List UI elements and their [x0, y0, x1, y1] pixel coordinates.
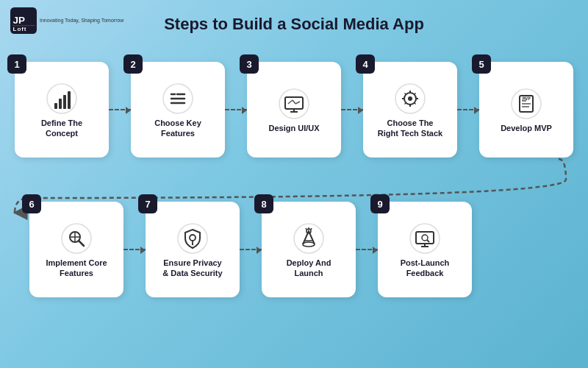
svg-line-55 — [311, 228, 312, 230]
step-card-3: 3 Design UI/UX — [247, 62, 341, 158]
step-icon-6 — [60, 222, 93, 255]
arrow-3-4 — [341, 109, 363, 110]
step-label-2: Choose KeyFeatures — [154, 118, 201, 139]
svg-rect-5 — [54, 103, 57, 109]
steps-container: 1 Define TheConcept 2 Choose KeyFeatures — [7, 52, 581, 297]
step-number-1: 1 — [7, 54, 26, 74]
arrow-7-8 — [240, 249, 262, 250]
step-icon-7 — [176, 222, 209, 255]
logo-tagline: Innovating Today, Shaping Tomorrow — [40, 18, 123, 24]
step-label-3: Design UI/UX — [268, 123, 319, 133]
arrow-4-5 — [457, 109, 479, 110]
svg-point-14 — [279, 89, 309, 118]
step-number-2: 2 — [123, 54, 143, 74]
svg-rect-8 — [68, 91, 71, 109]
svg-rect-7 — [63, 95, 66, 109]
step-number-9: 9 — [370, 194, 390, 213]
svg-point-57 — [410, 224, 440, 253]
svg-line-54 — [306, 228, 306, 230]
step-number-6: 6 — [22, 194, 41, 213]
step-card-4: 4 Choose TheRight Tech Stack — [363, 62, 457, 158]
logo-text: Innovating Today, Shaping Tomorrow — [40, 18, 123, 24]
svg-point-41 — [62, 224, 91, 253]
svg-line-32 — [405, 102, 406, 104]
svg-rect-3 — [12, 25, 35, 26]
svg-line-19 — [288, 100, 293, 104]
arrow-8-9 — [356, 249, 378, 250]
step-card-9: 9 Post-LaunchFeedback — [378, 202, 472, 297]
step-icon-4 — [394, 82, 426, 115]
arrow-6-7 — [123, 249, 146, 250]
arrow-1-2 — [109, 109, 131, 110]
svg-line-20 — [293, 100, 295, 104]
svg-point-51 — [303, 242, 315, 247]
svg-text:JP: JP — [13, 15, 26, 26]
step-icon-2 — [162, 82, 194, 115]
step-number-8: 8 — [254, 194, 273, 213]
svg-point-62 — [422, 235, 428, 241]
row1: 1 Define TheConcept 2 Choose KeyFeatures — [7, 62, 581, 158]
step-number-5: 5 — [472, 54, 491, 74]
step-label-1: Define TheConcept — [41, 118, 82, 139]
svg-line-21 — [295, 102, 300, 104]
svg-rect-15 — [285, 97, 303, 109]
svg-line-31 — [415, 93, 416, 94]
step-label-6: Implement CoreFeatures — [46, 258, 107, 279]
svg-line-63 — [427, 240, 429, 242]
step-number-4: 4 — [356, 54, 375, 74]
logo-icon: JP Loft — [10, 7, 37, 34]
svg-point-47 — [190, 235, 196, 241]
step-label-8: Deploy AndLaunch — [287, 258, 331, 279]
svg-line-30 — [415, 102, 416, 104]
step-number-3: 3 — [240, 54, 259, 74]
row2: 6 Implement CoreFeatures 7 Ensure Privac… — [7, 202, 581, 297]
step-icon-5: MVP — [510, 88, 542, 120]
connector-arrow — [7, 158, 581, 202]
step-card-8: 8 Deploy AndLaunch — [262, 202, 356, 297]
step-icon-1 — [46, 82, 78, 115]
svg-text:MVP: MVP — [523, 96, 531, 101]
svg-point-49 — [192, 244, 193, 245]
svg-rect-58 — [416, 232, 434, 244]
svg-line-43 — [79, 241, 84, 246]
step-card-1: 1 Define TheConcept — [15, 62, 109, 158]
step-card-7: 7 Ensure Privacy& Data Security — [146, 202, 240, 297]
step-label-7: Ensure Privacy& Data Security — [162, 258, 222, 279]
logo: JP Loft Innovating Today, Shaping Tomorr… — [10, 7, 123, 34]
step-label-9: Post-LaunchFeedback — [401, 258, 450, 279]
svg-point-4 — [47, 84, 76, 113]
step-card-2: 2 Choose KeyFeatures — [131, 62, 225, 158]
arrow-2-3 — [225, 109, 247, 110]
step-icon-3 — [278, 88, 310, 120]
step-number-7: 7 — [138, 194, 157, 213]
step-icon-8 — [293, 222, 325, 255]
step-label-5: Develop MVP — [501, 123, 552, 133]
svg-line-29 — [405, 93, 406, 94]
svg-text:Loft: Loft — [13, 26, 27, 32]
step-card-6: 6 Implement CoreFeatures — [29, 202, 123, 297]
svg-point-24 — [408, 96, 412, 101]
step-label-4: Choose TheRight Tech Stack — [378, 118, 442, 139]
step-icon-9 — [409, 222, 441, 255]
svg-rect-6 — [59, 99, 62, 109]
step-card-5: 5 MVP Develop MVP — [479, 62, 573, 158]
